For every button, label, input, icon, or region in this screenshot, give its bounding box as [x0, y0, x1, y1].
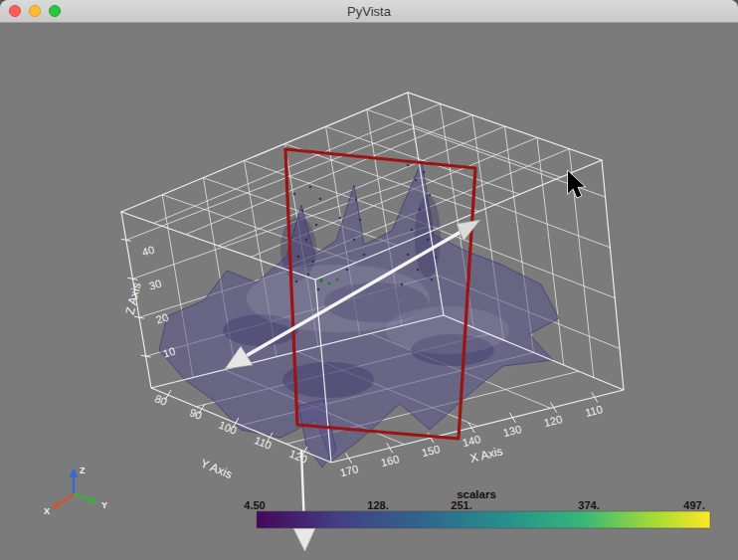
orientation-y-label: Y	[101, 500, 107, 510]
orientation-z-label: Z	[80, 466, 86, 475]
minimize-button[interactable]	[29, 5, 41, 17]
app-window: PyVista	[0, 0, 738, 560]
orientation-y-arrowhead	[90, 496, 98, 504]
x-tick: 140	[461, 433, 482, 449]
z-tick: 30	[147, 277, 162, 291]
orientation-x-shaft	[60, 494, 74, 503]
window-title: PyVista	[347, 4, 391, 19]
y-tick: 120	[287, 448, 309, 466]
scalar-bar-gradient	[257, 511, 710, 528]
x-axis-label: X Axis	[468, 444, 504, 466]
x-tick: 170	[339, 463, 360, 478]
orientation-axes-widget[interactable]: Z Y X	[44, 466, 107, 516]
titlebar[interactable]: PyVista	[0, 0, 738, 23]
x-tick: 120	[543, 413, 564, 429]
mouse-cursor	[568, 171, 585, 198]
scalar-bar-tick: 251.	[451, 499, 471, 511]
render-viewport[interactable]: 10 20 30 40 80 90 100 110 120 170 160 15…	[0, 0, 738, 560]
scalar-bar-tick: 374.	[578, 499, 599, 511]
z-tick: 40	[140, 243, 155, 258]
y-axis-label: Y Axis	[199, 457, 235, 481]
orientation-z-arrowhead	[70, 467, 79, 477]
traffic-lights	[9, 0, 61, 22]
zoom-button[interactable]	[49, 5, 61, 17]
scalar-bar-tick: 128.	[367, 499, 388, 511]
orientation-x-arrowhead	[52, 500, 61, 508]
close-button[interactable]	[9, 5, 21, 17]
scalar-bar-tick: 4.50	[244, 499, 265, 511]
z-axis-label: Z Axis	[123, 281, 144, 316]
x-tick: 110	[584, 403, 604, 419]
scalar-bar: scalars 4.50 128. 251. 374. 497.	[244, 488, 710, 528]
x-tick: 160	[380, 453, 401, 468]
x-tick: 130	[502, 423, 523, 439]
orientation-y-shaft	[74, 494, 91, 500]
x-tick: 150	[421, 443, 442, 459]
isosurface-mesh	[159, 161, 559, 467]
scalar-bar-tick: 497.	[683, 499, 704, 511]
orientation-x-label: X	[44, 506, 50, 516]
